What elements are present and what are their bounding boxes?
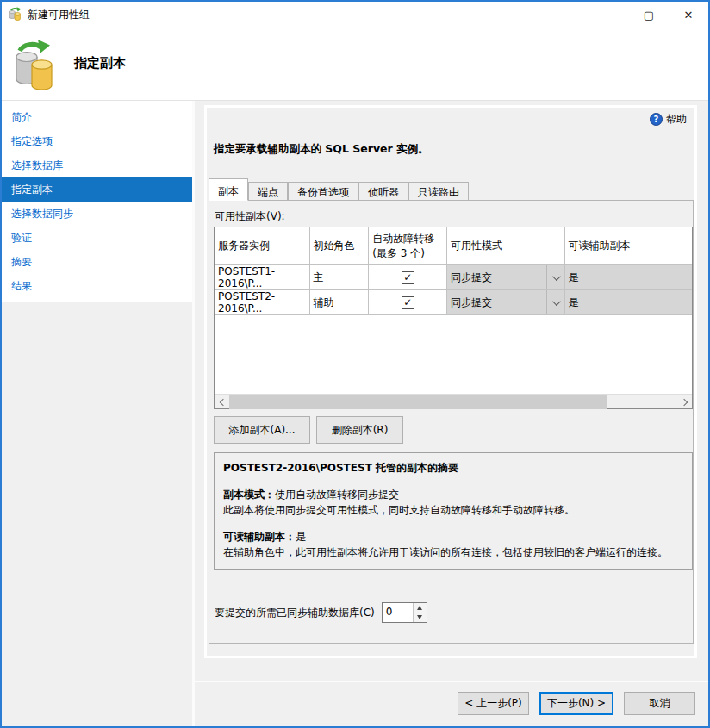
sidebar-item-specify-options[interactable]: 指定选项 (2, 129, 192, 153)
stepper-down-icon[interactable] (414, 613, 427, 623)
sidebar-item-select-databases[interactable]: 选择数据库 (2, 153, 192, 177)
sidebar-item-specify-replicas[interactable]: 指定副本 (2, 177, 192, 202)
remove-replica-button[interactable]: 删除副本(R) (316, 416, 403, 444)
wizard-header: 指定副本 (2, 28, 708, 101)
sidebar-item-introduction[interactable]: 简介 (2, 105, 192, 129)
content-panel: ? 帮助 指定要承载辅助副本的 SQL Server 实例。 副本 端点 备份首… (204, 105, 697, 658)
summary-mode-description: 此副本将使用同步提交可用性模式，同时支持自动故障转移和手动故障转移。 (223, 503, 683, 518)
commit-row: 要提交的所需已同步辅助数据库(C) 0 (215, 602, 427, 623)
dropdown-value: 同步提交 (447, 296, 545, 310)
tab-backup-preferences[interactable]: 备份首选项 (288, 182, 358, 200)
cell-readable-secondary[interactable]: 是 (565, 265, 692, 289)
help-icon: ? (650, 113, 663, 126)
page-title: 指定副本 (74, 55, 126, 72)
cell-availability-mode: 同步提交 (447, 265, 564, 289)
instruction-text: 指定要承载辅助副本的 SQL Server 实例。 (214, 142, 429, 157)
wizard-footer: < 上一步(P) 下一步(N) > 取消 (458, 692, 695, 715)
tab-replicas[interactable]: 副本 (209, 178, 248, 201)
wizard-main-area: ? 帮助 指定要承载辅助副本的 SQL Server 实例。 副本 端点 备份首… (195, 101, 708, 726)
tab-label: 副本 (218, 185, 239, 197)
replica-row-1: POSTEST1-2016\P... 主 ✓ 同步提交 是 (215, 265, 692, 290)
sidebar-item-label: 验证 (11, 231, 32, 246)
add-replica-button[interactable]: 添加副本(A)... (214, 416, 310, 444)
summary-readable-label: 可读辅助副本： (223, 531, 296, 543)
sidebar-item-data-synchronization[interactable]: 选择数据同步 (2, 202, 192, 226)
replica-summary-box: POSTEST2-2016\POSTEST 托管的副本的摘要 副本模式：使用自动… (214, 452, 693, 570)
summary-mode-block: 副本模式：使用自动故障转移同步提交 此副本将使用同步提交可用性模式，同时支持自动… (223, 488, 683, 518)
column-header-server-instance: 服务器实例 (215, 227, 310, 264)
cell-initial-role: 主 (310, 265, 370, 289)
scroll-right-icon[interactable] (677, 395, 692, 409)
column-header-availability-mode: 可用性模式 (447, 227, 565, 264)
synchronized-secondaries-stepper[interactable]: 0 (382, 602, 427, 623)
column-header-initial-role: 初始角色 (310, 227, 370, 264)
summary-mode-label: 副本模式： (223, 488, 275, 501)
check-icon: ✓ (403, 272, 412, 283)
stepper-up-icon[interactable] (414, 603, 427, 613)
readable-value: 是 (569, 271, 579, 285)
wizard-step-list: 简介 指定选项 选择数据库 指定副本 选择数据同步 验证 摘要 结果 (2, 101, 192, 302)
sidebar-item-label: 摘要 (11, 255, 32, 270)
summary-title: POSTEST2-2016\POSTEST 托管的副本的摘要 (223, 461, 683, 476)
replicas-tab-page: 可用性副本(V): 服务器实例 初始角色 自动故障转移(最多 3 个) 可用性模… (209, 200, 694, 644)
tab-endpoints[interactable]: 端点 (248, 182, 288, 200)
readable-value: 是 (569, 296, 579, 310)
availability-group-icon (9, 7, 22, 23)
tab-label: 只读路由 (418, 186, 459, 198)
failover-checkbox[interactable]: ✓ (402, 296, 414, 309)
help-label: 帮助 (666, 112, 687, 127)
next-button[interactable]: 下一步(N) > (539, 692, 613, 715)
sidebar-item-results[interactable]: 结果 (2, 274, 192, 298)
cell-readable-secondary[interactable]: 是 (565, 290, 692, 314)
sidebar-item-validation[interactable]: 验证 (2, 226, 192, 250)
summary-readable-block: 可读辅助副本：是 在辅助角色中，此可用性副本将允许用于读访问的所有连接，包括使用… (223, 530, 683, 560)
sidebar-item-label: 指定选项 (11, 134, 53, 149)
sidebar-item-label: 选择数据同步 (11, 207, 73, 221)
tab-strip: 副本 端点 备份首选项 侦听器 只读路由 (209, 177, 469, 200)
sidebar-item-label: 简介 (11, 110, 32, 125)
cell-server-instance: POSTEST1-2016\P... (215, 265, 310, 289)
horizontal-scrollbar[interactable] (215, 394, 692, 408)
tab-label: 端点 (258, 186, 278, 198)
chevron-down-icon (546, 290, 564, 314)
stepper-value: 0 (383, 603, 413, 622)
replicas-grid: 服务器实例 初始角色 自动故障转移(最多 3 个) 可用性模式 可读辅助副本 P… (214, 227, 693, 409)
footer-divider (195, 681, 708, 682)
cell-initial-role: 辅助 (310, 290, 370, 314)
chevron-down-icon (546, 265, 564, 289)
previous-button[interactable]: < 上一步(P) (458, 692, 529, 715)
minimize-button[interactable]: – (589, 2, 629, 28)
scroll-left-icon[interactable] (215, 395, 229, 409)
cell-automatic-failover: ✓ (369, 290, 447, 314)
failover-checkbox[interactable]: ✓ (402, 271, 414, 284)
tab-label: 侦听器 (368, 186, 399, 198)
column-header-readable-secondary: 可读辅助副本 (565, 227, 692, 264)
tab-readonly-routing[interactable]: 只读路由 (408, 182, 469, 200)
replica-databases-icon (13, 38, 56, 94)
close-button[interactable]: ✕ (669, 2, 708, 28)
availability-replicas-label: 可用性副本(V): (215, 209, 285, 224)
summary-mode-value: 使用自动故障转移同步提交 (275, 488, 399, 501)
help-link[interactable]: ? 帮助 (650, 112, 687, 127)
close-icon: ✕ (684, 9, 694, 22)
cancel-button[interactable]: 取消 (624, 692, 695, 715)
title-bar: 新建可用性组 – ▢ ✕ (2, 2, 708, 28)
sidebar-item-label: 选择数据库 (11, 159, 63, 173)
sidebar-item-label: 指定副本 (11, 183, 53, 197)
summary-readable-description: 在辅助角色中，此可用性副本将允许用于读访问的所有连接，包括使用较旧的客户端运行的… (223, 545, 683, 560)
tab-listener[interactable]: 侦听器 (358, 182, 408, 200)
dropdown-value: 同步提交 (447, 271, 545, 285)
cell-server-instance: POSTEST2-2016\P... (215, 290, 310, 314)
maximize-button[interactable]: ▢ (629, 2, 669, 28)
availability-mode-dropdown[interactable]: 同步提交 (447, 265, 564, 289)
summary-readable-value: 是 (296, 531, 306, 543)
availability-mode-dropdown[interactable]: 同步提交 (447, 290, 564, 314)
minimize-icon: – (607, 9, 613, 22)
sidebar-item-summary[interactable]: 摘要 (2, 250, 192, 274)
window-title: 新建可用性组 (28, 8, 90, 22)
check-icon: ✓ (403, 297, 412, 308)
sidebar-item-label: 结果 (11, 279, 32, 294)
scrollbar-thumb[interactable] (229, 395, 607, 409)
commit-label: 要提交的所需已同步辅助数据库(C) (215, 606, 375, 620)
grid-header-row: 服务器实例 初始角色 自动故障转移(最多 3 个) 可用性模式 可读辅助副本 (215, 227, 692, 265)
